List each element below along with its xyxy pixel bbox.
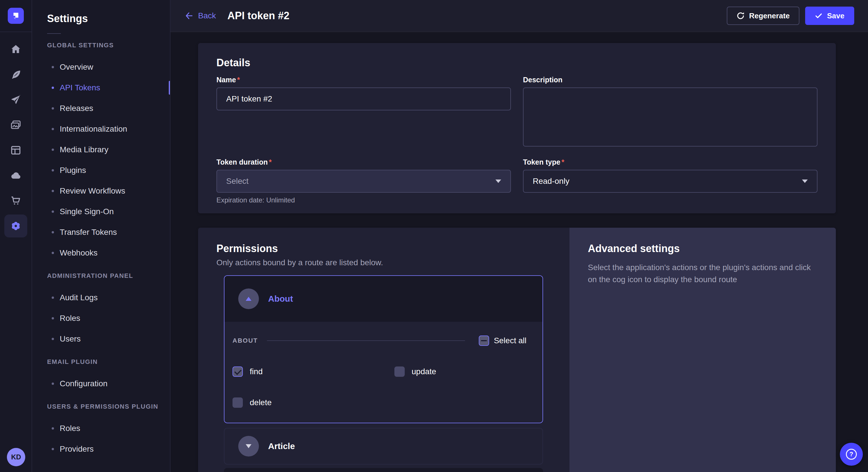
bullet-icon bbox=[52, 169, 54, 171]
chevron-down-icon bbox=[246, 444, 251, 448]
sidebar-item-label: Overview bbox=[60, 63, 93, 72]
back-arrow-icon bbox=[184, 11, 193, 20]
sidebar-item[interactable]: Providers bbox=[32, 439, 170, 460]
content-scroll-area: Details Name* Description Token duration… bbox=[170, 32, 868, 472]
permissions-subtitle: Only actions bound by a route are listed… bbox=[216, 258, 551, 267]
bullet-icon bbox=[52, 382, 54, 385]
settings-gear-icon[interactable] bbox=[4, 214, 27, 237]
chevron-up-icon bbox=[246, 297, 251, 301]
group-divider bbox=[267, 340, 465, 341]
sidebar-item[interactable]: Users bbox=[32, 329, 170, 349]
required-asterisk: * bbox=[269, 158, 272, 166]
details-heading: Details bbox=[216, 57, 817, 69]
sidebar-item-label: Providers bbox=[60, 444, 94, 453]
sidebar-item[interactable]: Transfer Tokens bbox=[32, 222, 170, 243]
refresh-icon bbox=[737, 12, 745, 20]
action-checkbox[interactable] bbox=[394, 367, 405, 377]
name-input[interactable] bbox=[216, 88, 511, 110]
chevron-down-icon bbox=[802, 179, 808, 183]
sidebar-sections: GLOBAL SETTINGS Overview API Tokens bbox=[32, 34, 170, 460]
section-label: ADMINISTRATION PANEL bbox=[32, 270, 170, 281]
cloud-icon[interactable] bbox=[4, 164, 27, 187]
accordion-about-body: ABOUT Select all find bbox=[224, 322, 542, 423]
bullet-icon bbox=[52, 148, 54, 151]
sidebar-item-label: Internationalization bbox=[60, 125, 127, 134]
accordion-about-title: About bbox=[268, 294, 293, 304]
accordion-article[interactable]: Article bbox=[224, 428, 543, 465]
sidebar-item[interactable]: Overview bbox=[32, 57, 170, 77]
accordion-about: About ABOUT Select all bbox=[224, 275, 543, 423]
sidebar-title: Settings bbox=[47, 12, 170, 25]
select-all-checkbox[interactable] bbox=[479, 336, 489, 346]
section-label: USERS & PERMISSIONS PLUGIN bbox=[32, 401, 170, 412]
section-users-permissions-plugin: USERS & PERMISSIONS PLUGIN Roles Provide… bbox=[32, 401, 170, 460]
bullet-icon bbox=[52, 252, 54, 254]
token-duration-field: Token duration* Select Expiration date: … bbox=[216, 158, 511, 204]
sidebar-item[interactable]: Single Sign-On bbox=[32, 201, 170, 222]
sidebar-item[interactable]: Roles bbox=[32, 418, 170, 439]
required-asterisk: * bbox=[561, 158, 564, 166]
marketplace-cart-icon[interactable] bbox=[4, 189, 27, 212]
sidebar-item-label: Releases bbox=[60, 104, 93, 113]
section-global-settings: GLOBAL SETTINGS Overview API Tokens bbox=[32, 40, 170, 263]
feather-icon[interactable] bbox=[4, 63, 27, 86]
description-field: Description bbox=[523, 76, 817, 149]
sidebar-item[interactable]: Media Library bbox=[32, 139, 170, 160]
accordion-group: About ABOUT Select all bbox=[224, 275, 543, 472]
sidebar-item-label: Plugins bbox=[60, 166, 86, 175]
sidebar-item[interactable]: API Tokens bbox=[32, 77, 170, 98]
sidebar-item[interactable]: Audit Logs bbox=[32, 287, 170, 308]
icon-rail: KD bbox=[0, 0, 32, 472]
advanced-settings-description: Select the application's actions or the … bbox=[588, 262, 817, 285]
back-button[interactable]: Back bbox=[184, 11, 216, 20]
token-type-select[interactable]: Read-only bbox=[523, 170, 817, 193]
paper-plane-icon[interactable] bbox=[4, 88, 27, 111]
advanced-settings-heading: Advanced settings bbox=[588, 243, 817, 255]
save-button[interactable]: Save bbox=[805, 7, 854, 25]
advanced-settings-panel: Advanced settings Select the application… bbox=[569, 228, 836, 472]
token-duration-value: Select bbox=[226, 177, 249, 186]
help-button[interactable]: ? bbox=[840, 443, 863, 466]
token-duration-label: Token duration* bbox=[216, 158, 511, 166]
question-mark-icon: ? bbox=[846, 449, 857, 460]
content-type-builder-icon[interactable] bbox=[4, 139, 27, 162]
media-library-icon[interactable] bbox=[4, 113, 27, 136]
token-type-value: Read-only bbox=[533, 177, 569, 186]
bullet-icon bbox=[52, 210, 54, 213]
sidebar-item[interactable]: Configuration bbox=[32, 373, 170, 394]
user-avatar[interactable]: KD bbox=[7, 448, 25, 466]
sidebar-item[interactable]: Releases bbox=[32, 98, 170, 119]
action-checkbox[interactable] bbox=[232, 398, 243, 408]
expand-toggle-button[interactable] bbox=[238, 436, 259, 457]
action-checkbox[interactable] bbox=[232, 367, 243, 377]
page-header: Back API token #2 Regenerate Save bbox=[170, 0, 868, 32]
sidebar-item[interactable]: Review Workflows bbox=[32, 181, 170, 201]
strapi-logo-icon bbox=[8, 8, 24, 24]
sidebar-item[interactable]: Internationalization bbox=[32, 119, 170, 139]
home-icon[interactable] bbox=[4, 38, 27, 61]
token-duration-select[interactable]: Select bbox=[216, 170, 511, 193]
page-title: API token #2 bbox=[227, 10, 289, 22]
strapi-logo-button[interactable] bbox=[0, 0, 32, 32]
action-label: update bbox=[412, 367, 436, 376]
sidebar-item-label: Roles bbox=[60, 424, 81, 433]
sidebar-item-label: Roles bbox=[60, 314, 81, 323]
about-group-label: ABOUT bbox=[232, 337, 258, 344]
sidebar-item-label: Configuration bbox=[60, 379, 107, 388]
accordion-about-header[interactable]: About bbox=[224, 276, 542, 322]
sidebar-header: Settings bbox=[32, 0, 170, 34]
token-type-label: Token type* bbox=[523, 158, 817, 166]
bullet-icon bbox=[52, 87, 54, 89]
back-label: Back bbox=[198, 11, 216, 20]
sidebar-item-label: API Tokens bbox=[60, 83, 100, 92]
check-icon bbox=[815, 12, 823, 20]
bullet-icon bbox=[52, 448, 54, 450]
sidebar-item[interactable]: Roles bbox=[32, 308, 170, 329]
sidebar-item[interactable]: Webhooks bbox=[32, 243, 170, 263]
sidebar-item-label: Single Sign-On bbox=[60, 207, 114, 216]
sidebar-item[interactable]: Plugins bbox=[32, 160, 170, 181]
section-administration-panel: ADMINISTRATION PANEL Audit Logs Roles bbox=[32, 270, 170, 349]
description-textarea[interactable] bbox=[523, 88, 817, 146]
regenerate-button[interactable]: Regenerate bbox=[727, 7, 800, 25]
collapse-toggle-button[interactable] bbox=[238, 289, 259, 309]
